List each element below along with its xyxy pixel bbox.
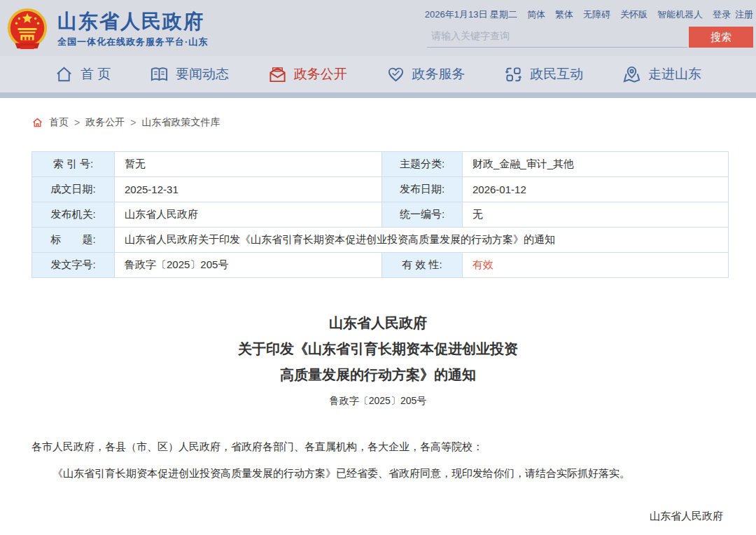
meta-value-title: 山东省人民政府关于印发《山东省引育长期资本促进创业投资高质量发展的行动方案》的通… [115,228,729,253]
meta-label-validity: 有 效 性: [382,253,463,278]
document-paragraph: 各市人民政府，各县（市、区）人民政府，省政府各部门、各直属机构，各大企业，各高等… [31,438,724,455]
meta-label-written-date: 成文日期: [32,177,115,202]
nav-label: 走进山东 [648,65,701,83]
table-row: 发文字号: 鲁政字〔2025〕205号 有 效 性: 有效 [32,253,729,278]
document-number: 鲁政字〔2025〕205号 [31,395,724,408]
meta-label-issuing-org: 发布机关: [32,202,115,228]
meta-label-index: 索 引 号: [32,152,115,177]
interaction-icon [504,65,523,84]
meta-value-publish-date: 2026-01-12 [463,177,729,202]
search-bar: 搜索 [427,27,753,48]
nav-item-about-shandong[interactable]: 走进山东 [622,65,701,84]
nav-label: 政民互动 [530,65,583,83]
book-icon [150,65,169,84]
link-traditional[interactable]: 繁体 [555,8,573,21]
meta-value-doc-number: 鲁政字〔2025〕205号 [115,253,382,278]
nav-label: 要闻动态 [176,65,229,83]
document-title-line3: 高质量发展的行动方案》的通知 [31,362,724,388]
search-input[interactable] [427,27,687,48]
table-row: 标 题: 山东省人民政府关于印发《山东省引育长期资本促进创业投资高质量发展的行动… [32,228,729,253]
table-row: 成文日期: 2025-12-31 发布日期: 2026-01-12 [32,177,729,202]
breadcrumb: 首页 > 政务公开 > 山东省政策文件库 [31,116,724,129]
breadcrumb-gov-disclosure[interactable]: 政务公开 [85,116,125,129]
link-simplified[interactable]: 简体 [527,8,545,21]
brand-text: 山东省人民政府 全国一体化在线政务服务平台·山东 [57,11,208,48]
map-pin-icon [622,65,641,84]
current-date: 2026年1月13日 星期二 [425,8,517,21]
breadcrumb-home[interactable]: 首页 [49,116,69,129]
link-accessibility[interactable]: 无障碍 [583,8,610,21]
meta-value-written-date: 2025-12-31 [115,177,382,202]
meta-label-doc-number: 发文字号: [32,253,115,278]
nav-item-news[interactable]: 要闻动态 [150,65,229,84]
meta-value-issuing-org: 山东省人民政府 [115,202,382,228]
page-content: 首页 > 政务公开 > 山东省政策文件库 索 引 号: 暂无 主题分类: 财政_… [0,116,756,535]
search-button[interactable]: 搜索 [689,27,753,48]
nav-label: 政务服务 [412,65,465,83]
main-nav: 首 页 要闻动态 政务公开 政务服务 政民互动 [0,56,756,92]
site-title: 山东省人民政府 [57,11,208,33]
table-row: 发布机关: 山东省人民政府 统一编号: 无 [32,202,729,228]
document-title-line1: 山东省人民政府 [31,310,724,336]
nav-label: 政务公开 [294,65,347,83]
heart-icon [386,65,405,84]
nav-item-interaction[interactable]: 政民互动 [504,65,583,84]
home-icon [55,65,74,84]
link-register[interactable]: 注册 [735,8,753,21]
document-title: 山东省人民政府 关于印发《山东省引育长期资本促进创业投资 高质量发展的行动方案》… [31,310,724,388]
site-brand: 山东省人民政府 全国一体化在线政务服务平台·山东 [6,0,208,56]
utility-bar: 2026年1月13日 星期二 简体 繁体 无障碍 关怀版 智能机器人 登录 注册 [425,8,753,21]
document-meta-table: 索 引 号: 暂无 主题分类: 财政_金融_审计_其他 成文日期: 2025-1… [31,151,729,278]
document-paragraph: 《山东省引育长期资本促进创业投资高质量发展的行动方案》已经省委、省政府同意，现印… [31,465,724,482]
meta-value-unified-number: 无 [463,202,729,228]
meta-label-publish-date: 发布日期: [382,177,463,202]
nav-item-gov-disclosure[interactable]: 政务公开 [268,65,347,84]
link-robot[interactable]: 智能机器人 [657,8,703,21]
nav-label: 首 页 [80,65,111,83]
site-header: 山东省人民政府 全国一体化在线政务服务平台·山东 2026年1月13日 星期二 … [0,0,756,56]
meta-label-topic: 主题分类: [382,152,463,177]
meta-label-title: 标 题: [32,228,115,253]
meta-label-unified-number: 统一编号: [382,202,463,228]
breadcrumb-separator: > [74,117,80,128]
site-subtitle: 全国一体化在线政务服务平台·山东 [57,36,208,48]
header-right: 2026年1月13日 星期二 简体 繁体 无障碍 关怀版 智能机器人 登录 注册… [425,0,753,56]
document-title-line2: 关于印发《山东省引育长期资本促进创业投资 [31,336,724,362]
link-care-version[interactable]: 关怀版 [620,8,648,21]
table-row: 索 引 号: 暂无 主题分类: 财政_金融_审计_其他 [32,152,729,177]
nav-divider-strip [0,92,756,98]
signature-block: 山东省人民政府 2025年12月31日 [31,510,724,535]
meta-value-index: 暂无 [115,152,382,177]
envelope-icon [268,65,287,84]
signature-org: 山东省人民政府 [31,510,723,523]
national-emblem-logo [6,8,49,51]
nav-item-home[interactable]: 首 页 [55,65,111,84]
breadcrumb-separator: > [130,117,136,128]
home-icon [31,117,43,129]
breadcrumb-policy-library[interactable]: 山东省政策文件库 [141,116,220,129]
nav-item-gov-services[interactable]: 政务服务 [386,65,465,84]
meta-value-validity: 有效 [463,253,729,278]
document-body: 各市人民政府，各县（市、区）人民政府，省政府各部门、各直属机构，各大企业，各高等… [31,438,724,482]
link-login[interactable]: 登录 [713,8,731,21]
meta-value-topic: 财政_金融_审计_其他 [463,152,729,177]
